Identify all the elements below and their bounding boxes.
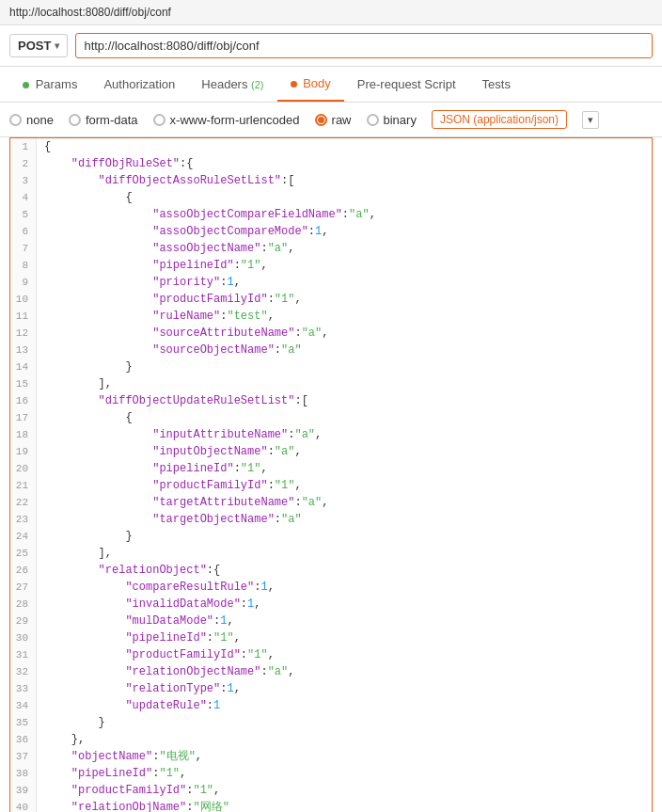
line-number: 25 — [10, 545, 37, 562]
body-type-binary[interactable]: binary — [367, 113, 417, 127]
line-content: "ruleName":"test", — [37, 308, 275, 325]
line-number: 12 — [10, 325, 37, 342]
code-line-21: 21 "productFamilyId":"1", — [10, 477, 652, 494]
tab-pre-request[interactable]: Pre-request Script — [344, 68, 469, 101]
json-dropdown-arrow[interactable]: ▾ — [582, 111, 599, 129]
line-number: 16 — [10, 392, 37, 409]
code-line-17: 17 { — [10, 409, 652, 426]
line-content: "priority":1, — [37, 274, 241, 291]
json-type-button[interactable]: JSON (application/json) — [432, 110, 567, 129]
code-line-29: 29 "mulDataMode":1, — [10, 613, 652, 629]
line-number: 22 — [10, 494, 37, 511]
code-line-18: 18 "inputAttributeName":"a", — [10, 426, 652, 443]
line-number: 18 — [10, 426, 37, 443]
body-type-raw[interactable]: raw — [315, 113, 352, 127]
method-select[interactable]: POST ▾ — [9, 34, 68, 57]
code-line-20: 20 "pipelineId":"1", — [10, 460, 652, 477]
code-line-40: 40 "relationObjName":"网络" — [10, 799, 652, 812]
code-line-27: 27 "compareResultRule":1, — [10, 579, 652, 596]
line-number: 1 — [10, 138, 37, 155]
body-dot — [291, 81, 297, 88]
line-number: 26 — [10, 562, 37, 579]
tab-body[interactable]: Body — [277, 67, 344, 102]
code-editor[interactable]: 1{2 "diffObjRuleSet":{3 "diffObjectAssoR… — [9, 137, 653, 812]
line-number: 29 — [10, 613, 37, 629]
line-number: 37 — [10, 748, 37, 765]
line-number: 19 — [10, 443, 37, 460]
body-type-form-data[interactable]: form-data — [69, 113, 138, 127]
line-number: 11 — [10, 308, 37, 325]
line-content: "pipelineId":"1", — [37, 257, 268, 274]
line-content: "productFamilyId":"1", — [37, 646, 275, 663]
tab-params[interactable]: Params — [9, 68, 90, 101]
code-line-37: 37 "objectName":"电视", — [10, 748, 652, 765]
code-line-19: 19 "inputObjectName":"a", — [10, 443, 652, 460]
line-content: "relationType":1, — [37, 680, 241, 697]
code-line-11: 11 "ruleName":"test", — [10, 308, 652, 325]
line-content: "relationObjectName":"a", — [37, 663, 294, 680]
line-content: "productFamilyId":"1", — [37, 782, 220, 799]
line-number: 35 — [10, 714, 37, 731]
code-line-36: 36 }, — [10, 731, 652, 748]
line-number: 14 — [10, 358, 37, 375]
code-line-30: 30 "pipelineId":"1", — [10, 629, 652, 646]
code-line-24: 24 } — [10, 528, 652, 545]
line-number: 33 — [10, 680, 37, 697]
line-content: ], — [37, 545, 112, 562]
code-line-7: 7 "assoObjectName":"a", — [10, 240, 652, 257]
code-line-39: 39 "productFamilyId":"1", — [10, 782, 652, 799]
line-number: 4 — [10, 189, 37, 206]
url-input[interactable] — [75, 33, 653, 58]
line-number: 24 — [10, 528, 37, 545]
line-number: 36 — [10, 731, 37, 748]
line-number: 10 — [10, 291, 37, 308]
radio-raw — [315, 114, 327, 126]
line-number: 34 — [10, 697, 37, 714]
code-line-8: 8 "pipelineId":"1", — [10, 257, 652, 274]
method-arrow: ▾ — [55, 40, 59, 51]
body-type-none[interactable]: none — [9, 113, 54, 127]
line-number: 15 — [10, 375, 37, 392]
method-label: POST — [18, 39, 51, 53]
line-content: "diffObjectUpdateRuleSetList":[ — [37, 392, 308, 409]
code-line-28: 28 "invalidDataMode":1, — [10, 596, 652, 613]
code-line-22: 22 "targetAttributeName":"a", — [10, 494, 652, 511]
line-content: "targetAttributeName":"a", — [37, 494, 328, 511]
line-number: 13 — [10, 342, 37, 358]
line-content: "updateRule":1 — [37, 697, 220, 714]
tab-headers[interactable]: Headers (2) — [188, 68, 276, 101]
code-line-6: 6 "assoObjectCompareMode":1, — [10, 223, 652, 240]
code-line-16: 16 "diffObjectUpdateRuleSetList":[ — [10, 392, 652, 409]
line-number: 31 — [10, 646, 37, 663]
tab-authorization[interactable]: Authorization — [90, 68, 188, 101]
line-number: 17 — [10, 409, 37, 426]
code-line-5: 5 "assoObjectCompareFieldName":"a", — [10, 206, 652, 223]
code-line-9: 9 "priority":1, — [10, 274, 652, 291]
line-number: 2 — [10, 155, 37, 172]
code-line-32: 32 "relationObjectName":"a", — [10, 663, 652, 680]
request-tabs: Params Authorization Headers (2) Body Pr… — [0, 67, 662, 103]
code-line-13: 13 "sourceObjectName":"a" — [10, 342, 652, 358]
line-number: 3 — [10, 172, 37, 189]
line-content: "compareResultRule":1, — [37, 579, 275, 596]
line-number: 27 — [10, 579, 37, 596]
code-line-12: 12 "sourceAttributeName":"a", — [10, 325, 652, 342]
line-content: "pipeLineId":"1", — [37, 765, 186, 782]
line-number: 40 — [10, 799, 37, 812]
line-content: }, — [37, 731, 85, 748]
params-dot — [23, 82, 29, 88]
code-line-4: 4 { — [10, 189, 652, 206]
title-bar: http://localhost:8080/diff/obj/conf — [0, 0, 662, 25]
line-content: "inputAttributeName":"a", — [37, 426, 322, 443]
line-number: 5 — [10, 206, 37, 223]
line-content: } — [37, 358, 133, 375]
line-number: 32 — [10, 663, 37, 680]
code-line-33: 33 "relationType":1, — [10, 680, 652, 697]
body-type-urlencoded[interactable]: x-www-form-urlencoded — [153, 113, 300, 127]
line-content: "mulDataMode":1, — [37, 613, 234, 629]
tab-tests[interactable]: Tests — [469, 68, 524, 101]
line-number: 6 — [10, 223, 37, 240]
code-line-23: 23 "targetObjectName":"a" — [10, 511, 652, 528]
title-text: http://localhost:8080/diff/obj/conf — [9, 6, 171, 19]
line-content: { — [37, 138, 51, 155]
